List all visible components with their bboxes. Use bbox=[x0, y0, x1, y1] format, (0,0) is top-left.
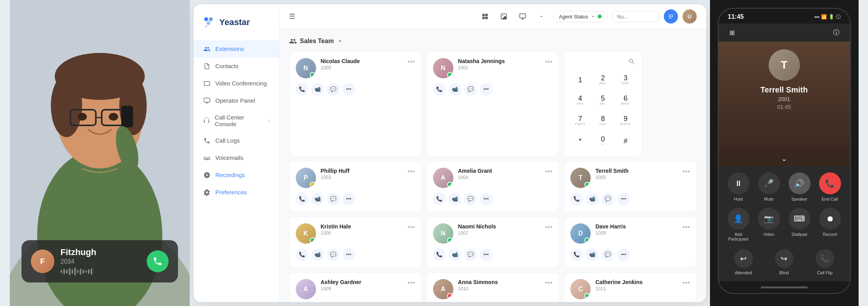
end-call-button[interactable]: 📞 End Call bbox=[818, 172, 842, 201]
call-flip-button[interactable]: 📞 Call Flip bbox=[808, 249, 842, 275]
speaker-button[interactable]: 🔊 Speaker bbox=[787, 172, 812, 201]
call-dave-button[interactable]: 📞 bbox=[570, 248, 583, 261]
menu-toggle-button[interactable]: ☰ bbox=[289, 12, 295, 21]
dialpad-key-hash[interactable]: # bbox=[616, 132, 635, 150]
video-dave-button[interactable]: 📹 bbox=[586, 248, 598, 261]
avatar-catherine: C bbox=[570, 279, 591, 299]
video-amelia-button[interactable]: 📹 bbox=[449, 193, 461, 205]
more-amelia[interactable]: ••• bbox=[545, 168, 552, 176]
sidebar-item-operator-panel[interactable]: Operator Panel bbox=[194, 92, 279, 109]
signal-icon: ▪▪▪ bbox=[814, 14, 819, 20]
more-naomi-button[interactable]: ••• bbox=[480, 248, 492, 261]
monitor-button[interactable] bbox=[516, 9, 530, 24]
dialpad-key-7[interactable]: 7PQRS bbox=[570, 112, 590, 129]
monitor-dropdown-button[interactable] bbox=[534, 9, 548, 24]
dialpad-key-2[interactable]: 2ABC bbox=[593, 71, 613, 89]
more-options-natasha[interactable]: ••• bbox=[545, 58, 552, 66]
operator-icon bbox=[203, 97, 211, 105]
more-dave[interactable]: ••• bbox=[683, 223, 690, 232]
more-ashley[interactable]: ••• bbox=[408, 279, 415, 287]
user-avatar[interactable]: U bbox=[683, 9, 697, 24]
sidebar-label-call-center: Call Center Console bbox=[215, 114, 263, 127]
call-card: F Fitzhugh 2034 bbox=[22, 240, 178, 282]
chat-amelia-button[interactable]: 💬 bbox=[464, 193, 477, 205]
more-catherine[interactable]: ••• bbox=[683, 279, 690, 287]
dialpad-key-8[interactable]: 8TUV bbox=[593, 112, 613, 129]
dialpad-key-4[interactable]: 4GHI bbox=[570, 92, 590, 109]
video-phillip-button[interactable]: 📹 bbox=[311, 193, 324, 205]
sidebar-item-extensions[interactable]: Extensions bbox=[194, 40, 279, 58]
blind-button[interactable]: ↪ Blind bbox=[767, 249, 802, 275]
chat-naomi-button[interactable]: 💬 bbox=[464, 248, 477, 261]
more-phillip[interactable]: ••• bbox=[408, 168, 415, 176]
more-naomi[interactable]: ••• bbox=[545, 223, 552, 232]
call-kristin-button[interactable]: 📞 bbox=[296, 248, 308, 261]
call-natasha-button[interactable]: 📞 bbox=[433, 83, 446, 96]
image-view-button[interactable] bbox=[497, 9, 511, 24]
svg-point-11 bbox=[77, 113, 87, 121]
more-dave-button[interactable]: ••• bbox=[617, 248, 630, 261]
dialpad-key-star[interactable]: * bbox=[570, 132, 590, 150]
dialpad-key-9[interactable]: 9WXYZ bbox=[616, 112, 635, 129]
sidebar-item-call-logs[interactable]: Call Logs bbox=[194, 132, 279, 149]
call-flip-icon: 📞 bbox=[816, 249, 834, 268]
more-options-nicolas[interactable]: ••• bbox=[408, 58, 415, 66]
add-participant-button[interactable]: 👤 Add Participant bbox=[726, 208, 751, 241]
more-amelia-button[interactable]: ••• bbox=[480, 193, 492, 205]
sidebar-item-video-conferencing[interactable]: Video Conferencing bbox=[194, 75, 279, 92]
more-natasha-button[interactable]: ••• bbox=[480, 83, 492, 96]
call-naomi-button[interactable]: 📞 bbox=[433, 248, 446, 261]
search-icon[interactable] bbox=[628, 58, 635, 67]
more-anna[interactable]: ••• bbox=[545, 279, 552, 287]
chat-nicolas-button[interactable]: 💬 bbox=[327, 83, 340, 96]
call-nicolas-button[interactable]: 📞 bbox=[296, 83, 308, 96]
sidebar-item-contacts[interactable]: Contacts bbox=[194, 58, 279, 75]
more-kristin[interactable]: ••• bbox=[408, 223, 415, 232]
video-nicolas-button[interactable]: 📹 bbox=[311, 83, 324, 96]
preferences-icon bbox=[203, 188, 211, 196]
video-naomi-button[interactable]: 📹 bbox=[449, 248, 461, 261]
call-phillip-button[interactable]: 📞 bbox=[296, 193, 308, 205]
video-natasha-button[interactable]: 📹 bbox=[449, 83, 461, 96]
dialpad-button[interactable] bbox=[664, 9, 678, 24]
video-kristin-button[interactable]: 📹 bbox=[311, 248, 324, 261]
more-terrell[interactable]: ••• bbox=[683, 168, 690, 176]
sidebar-item-recordings[interactable]: Recordings bbox=[194, 167, 279, 184]
phone-grid-button[interactable]: ⊞ bbox=[726, 27, 738, 38]
chat-phillip-button[interactable]: 💬 bbox=[327, 193, 340, 205]
dialpad-key-1[interactable]: 1 bbox=[570, 71, 590, 89]
search-input[interactable] bbox=[612, 11, 659, 22]
mute-button[interactable]: 🎤 Mute bbox=[757, 172, 781, 201]
video-terrell-button[interactable]: 📹 bbox=[586, 193, 598, 205]
dialpad-key-6[interactable]: 6MNO bbox=[616, 92, 635, 109]
grid-view-button[interactable] bbox=[478, 9, 492, 24]
chat-natasha-button[interactable]: 💬 bbox=[464, 83, 477, 96]
agent-status-button[interactable]: Agent Status bbox=[553, 11, 607, 22]
sidebar-item-preferences[interactable]: Preferences bbox=[194, 184, 279, 201]
call-amelia-button[interactable]: 📞 bbox=[433, 193, 446, 205]
sidebar-item-call-center[interactable]: Call Center Console › bbox=[194, 109, 279, 132]
video-button[interactable]: 📷 Video bbox=[757, 208, 781, 241]
attended-button[interactable]: ↩ Attended bbox=[726, 249, 761, 275]
dialpad-phone-button[interactable]: ⌨ Diailpad bbox=[787, 208, 812, 241]
chat-kristin-button[interactable]: 💬 bbox=[327, 248, 340, 261]
dialpad-key-5[interactable]: 5JKL bbox=[593, 92, 613, 109]
sidebar-item-voicemails[interactable]: Voicemails bbox=[194, 149, 279, 167]
answer-call-button[interactable] bbox=[147, 250, 169, 272]
chat-dave-button[interactable]: 💬 bbox=[602, 248, 614, 261]
hold-button[interactable]: ⏸ Hold bbox=[726, 172, 751, 201]
dialpad-key-0[interactable]: 0+ bbox=[593, 132, 613, 150]
collapse-button[interactable]: ⌄ bbox=[719, 151, 850, 166]
phone-info-button[interactable]: ⓘ bbox=[830, 27, 842, 38]
record-button[interactable]: ⏺ Record bbox=[818, 208, 842, 241]
dialpad-key-3[interactable]: 3DEF bbox=[616, 71, 635, 89]
call-terrell-button[interactable]: 📞 bbox=[570, 193, 583, 205]
more-terrell-button[interactable]: ••• bbox=[617, 193, 630, 205]
team-header[interactable]: Sales Team bbox=[289, 37, 697, 45]
more-phillip-button[interactable]: ••• bbox=[343, 193, 355, 205]
svg-point-12 bbox=[109, 113, 118, 121]
more-nicolas-button[interactable]: ••• bbox=[343, 83, 355, 96]
chat-terrell-button[interactable]: 💬 bbox=[602, 193, 614, 205]
svg-point-15 bbox=[204, 17, 208, 21]
more-kristin-button[interactable]: ••• bbox=[343, 248, 355, 261]
